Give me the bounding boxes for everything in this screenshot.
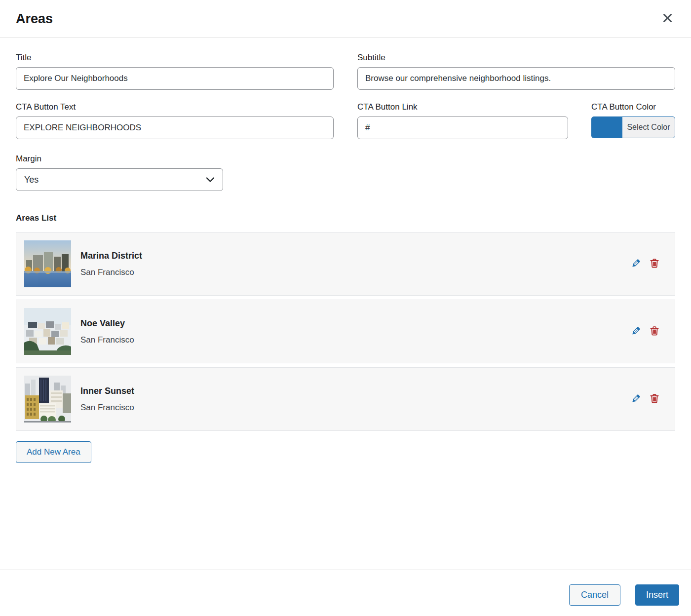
areas-list: Marina District San Francisco <box>16 232 675 431</box>
close-icon <box>662 13 673 25</box>
area-title: Marina District <box>80 251 631 261</box>
title-input[interactable] <box>16 67 334 90</box>
select-color-button[interactable]: Select Color <box>591 116 675 138</box>
edit-area-button[interactable] <box>631 259 642 270</box>
area-thumbnail <box>24 308 71 355</box>
edit-area-button[interactable] <box>631 326 642 337</box>
subtitle-field-label: Subtitle <box>357 53 675 63</box>
area-thumbnail <box>24 376 71 423</box>
select-color-label: Select Color <box>622 117 675 138</box>
cta-button-link-input[interactable] <box>357 116 568 139</box>
cancel-button[interactable]: Cancel <box>569 584 620 606</box>
area-thumbnail <box>24 240 71 287</box>
delete-area-button[interactable] <box>649 394 660 405</box>
delete-area-button[interactable] <box>649 259 660 270</box>
page-title: Areas <box>16 11 53 27</box>
cta-button-text-input[interactable] <box>16 116 334 139</box>
margin-select-value: Yes <box>24 175 38 185</box>
area-info: Inner Sunset San Francisco <box>80 386 631 413</box>
area-title: Noe Valley <box>80 318 631 329</box>
chevron-down-icon <box>206 175 215 185</box>
area-list-item: Inner Sunset San Francisco <box>16 367 675 431</box>
close-button[interactable] <box>658 10 676 28</box>
title-field-label: Title <box>16 53 334 63</box>
modal-body: Title Subtitle CTA Button Text CTA Butto… <box>0 38 691 570</box>
trash-icon <box>649 325 660 338</box>
pencil-icon <box>631 393 642 405</box>
area-actions <box>631 259 667 270</box>
modal-footer: Cancel Insert <box>0 570 691 616</box>
area-actions <box>631 394 667 405</box>
delete-area-button[interactable] <box>649 326 660 337</box>
insert-button[interactable]: Insert <box>635 584 679 606</box>
modal-header: Areas <box>0 0 691 38</box>
area-list-item: Noe Valley San Francisco <box>16 300 675 363</box>
area-city: San Francisco <box>80 403 631 413</box>
area-info: Noe Valley San Francisco <box>80 318 631 345</box>
area-city: San Francisco <box>80 268 631 277</box>
subtitle-input[interactable] <box>357 67 675 90</box>
trash-icon <box>649 393 660 405</box>
add-new-area-button[interactable]: Add New Area <box>16 441 91 463</box>
color-swatch <box>592 117 622 138</box>
margin-select[interactable]: Yes <box>16 168 223 191</box>
area-actions <box>631 326 667 337</box>
areas-list-heading: Areas List <box>16 213 675 223</box>
edit-area-button[interactable] <box>631 394 642 405</box>
area-city: San Francisco <box>80 335 631 345</box>
area-list-item: Marina District San Francisco <box>16 232 675 296</box>
pencil-icon <box>631 258 642 270</box>
trash-icon <box>649 258 660 270</box>
margin-field-label: Margin <box>16 154 675 164</box>
area-info: Marina District San Francisco <box>80 251 631 277</box>
area-title: Inner Sunset <box>80 386 631 396</box>
cta-text-field-label: CTA Button Text <box>16 102 334 112</box>
cta-link-field-label: CTA Button Link <box>357 102 568 112</box>
pencil-icon <box>631 325 642 338</box>
cta-color-field-label: CTA Button Color <box>591 102 675 112</box>
